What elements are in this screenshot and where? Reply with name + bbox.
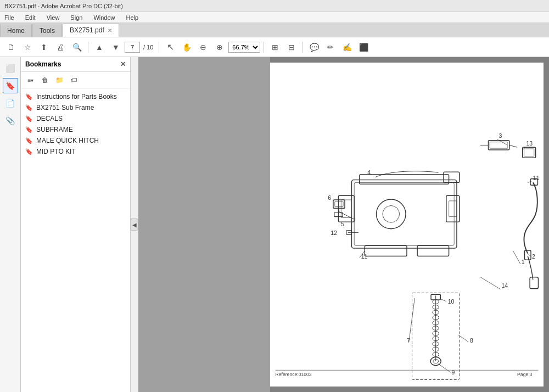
svg-line-52 (513, 251, 520, 264)
stamp-button[interactable]: ⬛ (356, 40, 371, 54)
new-bookmark-folder-button[interactable]: 📁 (53, 74, 66, 86)
tag-bookmark-button[interactable]: 🏷 (67, 74, 80, 86)
tab-bar: Home Tools BX2751.pdf ✕ (0, 23, 549, 37)
favorites-button[interactable]: ☆ (20, 40, 35, 54)
main-area: ⬜ 🔖 📄 📎 Bookmarks ✕ ≡▾ 🗑 📁 🏷 🔖 Instructi… (0, 57, 549, 392)
tab-pdf[interactable]: BX2751.pdf ✕ (63, 24, 119, 37)
svg-line-15 (509, 145, 517, 147)
reference-text: Reference:01003 (276, 372, 312, 377)
svg-rect-13 (490, 142, 508, 148)
zoom-out-button[interactable]: ⊖ (195, 40, 211, 54)
print-button[interactable]: 🖨 (53, 40, 68, 54)
part-num-11-top: 11 (533, 175, 540, 181)
svg-rect-22 (335, 201, 343, 207)
sep2 (159, 42, 159, 53)
zoom-in-button[interactable]: ⊕ (212, 40, 227, 54)
svg-rect-1 (354, 182, 454, 245)
menu-help[interactable]: Help (124, 13, 141, 22)
next-page-button[interactable]: ▼ (108, 40, 124, 54)
page-ref-text: Page:3 (517, 372, 532, 377)
bookmarks-header: Bookmarks ✕ (21, 57, 130, 72)
close-bookmarks-button[interactable]: ✕ (120, 60, 126, 68)
tab-tools[interactable]: Tools (32, 24, 62, 37)
sep1 (88, 42, 88, 53)
bookmark-label-subframe2: SUBFRAME (36, 126, 73, 133)
bookmark-item-decals[interactable]: 🔖 DECALS (21, 113, 130, 124)
pdf-display-area[interactable]: 3 13 11 2 6 5 4 12 11 10 7 8 9 14 1 (138, 57, 549, 392)
svg-line-46 (528, 254, 531, 257)
part-num-10: 10 (448, 298, 455, 305)
icon-sidebar: ⬜ 🔖 📄 📎 (0, 57, 21, 392)
menu-view[interactable]: View (44, 13, 62, 22)
find-button[interactable]: 🔍 (69, 40, 85, 54)
bookmark-item-subframe2[interactable]: 🔖 SUBFRAME (21, 124, 130, 135)
part-num-14: 14 (501, 282, 508, 289)
sidebar-pages-button[interactable]: 📄 (3, 96, 18, 111)
sidebar-tools-button[interactable]: ⬜ (3, 60, 18, 76)
pdf-page-left (138, 57, 270, 392)
menu-edit[interactable]: Edit (23, 13, 38, 22)
title-bar: BX2751.pdf - Adobe Acrobat Pro DC (32-bi… (0, 0, 549, 12)
tab-pdf-label: BX2751.pdf (70, 26, 104, 34)
page-number-input[interactable] (125, 42, 140, 53)
bookmarks-list: 🔖 Instructions for Parts Books 🔖 BX2751 … (21, 89, 130, 392)
svg-line-51 (480, 277, 500, 289)
svg-rect-0 (351, 180, 457, 249)
toolbar: 🗋 ☆ ⬆ 🖨 🔍 ▲ ▼ / 10 ↖ ✋ ⊖ ⊕ 66.7% 50% 75%… (0, 37, 549, 57)
svg-rect-5 (449, 201, 457, 217)
cursor-tool[interactable]: ↖ (163, 40, 178, 54)
title-text: BX2751.pdf - Adobe Acrobat Pro DC (32-bi… (4, 3, 123, 9)
menu-sign[interactable]: Sign (68, 13, 85, 22)
bookmark-icon-decals: 🔖 (25, 115, 33, 122)
bookmark-icon-subframe2: 🔖 (25, 126, 33, 133)
svg-line-45 (528, 181, 531, 182)
svg-line-47 (441, 299, 446, 301)
delete-bookmark-button[interactable]: 🗑 (38, 74, 52, 86)
bookmark-item-male-quick-hitch[interactable]: 🔖 MALE QUICK HITCH (21, 135, 130, 146)
prev-page-button[interactable]: ▲ (92, 40, 107, 54)
bookmark-label-subframe: BX2751 Sub Frame (36, 104, 94, 111)
bookmark-item-subframe[interactable]: 🔖 BX2751 Sub Frame (21, 102, 130, 113)
bookmark-label-instructions: Instructions for Parts Books (36, 93, 117, 100)
sign-button[interactable]: ✍ (339, 40, 355, 54)
part-num-7: 7 (407, 337, 410, 344)
draw-button[interactable]: ✏ (323, 40, 338, 54)
part-num-2: 2 (532, 253, 535, 260)
svg-line-50 (438, 364, 450, 372)
zoom-select[interactable]: 66.7% 50% 75% 100% (228, 42, 260, 53)
bookmarks-panel: Bookmarks ✕ ≡▾ 🗑 📁 🏷 🔖 Instructions for … (21, 57, 131, 392)
sidebar-attachments-button[interactable]: 📎 (3, 113, 18, 128)
part-num-13: 13 (526, 140, 533, 147)
part-num-5: 5 (341, 221, 344, 227)
view-options-button[interactable]: ⊞ (267, 40, 283, 54)
bookmarks-toolbar: ≡▾ 🗑 📁 🏷 (21, 72, 130, 89)
bookmark-icon-instructions: 🔖 (25, 93, 33, 100)
tab-close-button[interactable]: ✕ (108, 27, 112, 33)
share-button[interactable]: ⬆ (36, 40, 52, 54)
bookmark-options-button[interactable]: ≡▾ (24, 74, 37, 86)
pdf-page-content: 3 13 11 2 6 5 4 12 11 10 7 8 9 14 1 (270, 63, 544, 387)
menu-window[interactable]: Window (91, 13, 117, 22)
bookmark-icon-subframe: 🔖 (25, 104, 33, 111)
menu-bar: File Edit View Sign Window Help (0, 12, 549, 23)
part-num-4: 4 (367, 169, 371, 176)
comment-button[interactable]: 💬 (306, 40, 322, 54)
bookmark-item-instructions[interactable]: 🔖 Instructions for Parts Books (21, 91, 130, 102)
new-button[interactable]: 🗋 (3, 40, 19, 54)
hand-tool[interactable]: ✋ (179, 40, 194, 54)
panel-collapse-button[interactable]: ◀ (131, 219, 138, 231)
sidebar-bookmarks-button[interactable]: 🔖 (3, 78, 18, 93)
reading-mode-button[interactable]: ⊟ (284, 40, 299, 54)
part-num-3: 3 (499, 132, 502, 139)
bookmark-icon-male-quick-hitch: 🔖 (25, 137, 33, 144)
part-num-8: 8 (470, 337, 473, 344)
menu-file[interactable]: File (2, 13, 16, 22)
bookmark-item-mid-pto-kit[interactable]: 🔖 MID PTO KIT (21, 146, 130, 157)
sep3 (264, 42, 264, 53)
tab-home[interactable]: Home (0, 24, 32, 37)
parts-diagram: 3 13 11 2 6 5 4 12 11 10 7 8 9 14 1 (270, 63, 544, 387)
sep4 (302, 42, 303, 53)
main-component (339, 172, 460, 256)
top-right-components (480, 141, 538, 289)
bottom-assembly (412, 293, 460, 380)
